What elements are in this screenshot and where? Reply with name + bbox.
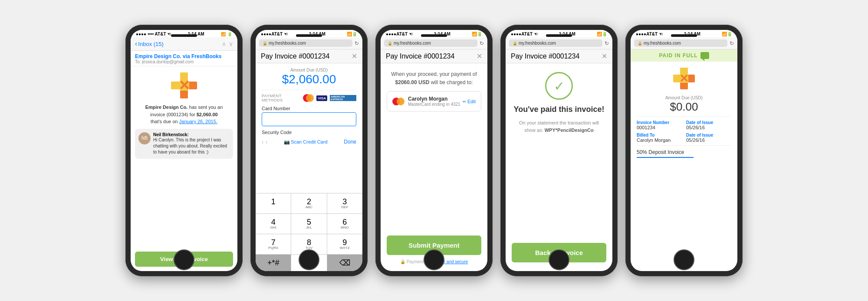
scan-nav-arrows[interactable]: ‹ › — [262, 138, 267, 145]
next-icon[interactable]: › — [266, 138, 268, 145]
date-issue2-value: 05/26/16 — [686, 137, 731, 143]
secure-link[interactable]: safe and secure — [437, 259, 468, 264]
url-box-5[interactable]: 🔒 my.freshbooks.com — [634, 39, 727, 47]
key-8[interactable]: 8TUV — [291, 234, 326, 254]
lock-icon-3: 🔒 — [388, 41, 392, 46]
card-number-group: Card Number — [262, 106, 356, 126]
phone-3-confirm: ●●●●AT&T ☜ 1:14 AM 📶🔋 🔒 my.freshbooks.co… — [375, 25, 493, 276]
wifi-icon: 📶 — [221, 32, 226, 36]
key-7[interactable]: 7PQRS — [256, 234, 291, 254]
prev-icon[interactable]: ‹ — [262, 138, 264, 145]
scan-label[interactable]: Scan Credit Card — [291, 139, 327, 144]
submit-payment-button[interactable]: Submit Payment — [387, 236, 481, 255]
edit-label[interactable]: Edit — [467, 99, 476, 104]
mc-icon-confirm — [392, 98, 404, 105]
pm-label: PAYMENT METHODS — [262, 94, 300, 102]
key-delete[interactable]: ⌫ — [327, 255, 362, 271]
scan-bar: ‹ › 📷 Scan Credit Card Done — [262, 137, 356, 147]
key-5[interactable]: 5JKL — [291, 214, 326, 234]
back-arrow-icon: ‹ — [135, 40, 137, 48]
message-icon[interactable] — [700, 52, 709, 59]
logo-area: ✕ — [171, 72, 197, 98]
back-to-invoice-button[interactable]: Back to Invoice — [512, 243, 606, 262]
prev-email-icon[interactable]: ∧ — [222, 40, 226, 47]
lock-icon-4: 🔒 — [513, 41, 517, 46]
reload-icon-2[interactable]: ↻ — [355, 40, 359, 46]
close-button-2[interactable]: ✕ — [352, 52, 357, 60]
email-header: ‹ Inbox (15) ∧ ∨ — [131, 37, 237, 51]
reload-icon-4[interactable]: ↻ — [605, 40, 609, 46]
invoice-number-group: Invoice Number 0001234 — [637, 120, 682, 130]
card-number-input[interactable] — [262, 112, 356, 126]
time-1: 1:14 AM — [188, 32, 204, 36]
phone-4-success: ●●●●AT&T ☜ 1:14 AM 📶🔋 🔒 my.freshbooks.co… — [500, 25, 618, 276]
time-5: 1:14 AM — [684, 32, 700, 36]
lock-icon: 🔒 — [263, 41, 267, 46]
view-invoice-button[interactable]: View Your Invoice — [135, 252, 233, 267]
phone-1-email: ●●●● •••• AT&T ☜ 1:14 AM 📶 🔋 ‹ Inbox (15… — [125, 25, 243, 276]
chat-bubble: NB Neil Birkenstock: Hi Carolyn. This is… — [135, 129, 233, 159]
invoice-amount-value: $0.00 — [637, 100, 731, 114]
payment-body-2: Amount Due (USD) $2,060.00 PAYMENT METHO… — [256, 63, 362, 193]
confirm-amount: $2060.00 USD — [395, 79, 430, 85]
pencil-cross-logo: ✕ — [171, 72, 197, 98]
chat-text: Hi Carolyn. This is the project I was ch… — [153, 137, 230, 155]
status-bar-2: ●●●●AT&T ☜ 1:14 AM 📶🔋 — [256, 30, 362, 37]
carrier: •••• AT&T ☜ — [148, 32, 171, 36]
close-button-3[interactable]: ✕ — [477, 52, 482, 60]
scan-icon: 📷 — [284, 139, 290, 145]
card-confirm-box: Carolyn Morgan MasterCard ending in 4321… — [387, 91, 481, 111]
due-date-link[interactable]: January 26, 2015. — [179, 119, 217, 124]
card-number-label: Card Number — [262, 106, 356, 111]
browser-bar-5: 🔒 my.freshbooks.com ↻ — [631, 37, 737, 49]
neil-avatar: NB — [138, 132, 151, 144]
success-subtitle: On your statement the transaction will s… — [519, 119, 599, 134]
signal-strength: ●●●● — [136, 32, 146, 36]
date-issue-value: 05/26/16 — [686, 125, 731, 130]
done-link[interactable]: Done — [344, 139, 356, 145]
url-box-4[interactable]: 🔒 my.freshbooks.com — [509, 39, 602, 47]
email-nav-arrows[interactable]: ∧ ∨ — [222, 40, 233, 47]
url-box-2[interactable]: 🔒 my.freshbooks.com — [259, 39, 352, 47]
reload-icon-5[interactable]: ↻ — [730, 40, 734, 46]
invoice-amount-section: Amount Due (USD) $0.00 — [637, 95, 731, 114]
invoice-number-value: 0001234 — [637, 125, 682, 130]
payment-header-3: Pay Invoice #0001234 ✕ — [381, 49, 487, 63]
close-button-4[interactable]: ✕ — [602, 52, 607, 60]
back-to-inbox[interactable]: ‹ Inbox (15) — [135, 40, 164, 48]
invoice-desc-text: 50% Deposit Invoice — [637, 149, 684, 155]
status-bar-4: ●●●●AT&T ☜ 1:14 AM 📶🔋 — [506, 30, 612, 37]
url-text-5: my.freshbooks.com — [644, 41, 681, 46]
secure-text: 🔒 Payments are safe and secure — [387, 259, 481, 264]
email-subject-bar: Empire Design Co. via FreshBooks To: jes… — [131, 51, 237, 66]
next-email-icon[interactable]: ∨ — [229, 40, 233, 47]
key-6[interactable]: 6MNO — [327, 214, 362, 234]
time-2: 1:14 AM — [309, 32, 326, 36]
email-to: To: jessica.dunlop@gmail.com — [135, 59, 233, 64]
url-box-3[interactable]: 🔒 my.freshbooks.com — [384, 39, 477, 47]
confirm-text: When your proceed, your payment of $2060… — [387, 70, 481, 87]
key-4[interactable]: 4GHI — [256, 214, 291, 234]
reload-icon-3[interactable]: ↻ — [480, 40, 484, 46]
key-symbols[interactable]: +*# — [256, 255, 291, 271]
card-details: Carolyn Morgan MasterCard ending in 4321 — [408, 96, 460, 107]
key-9[interactable]: 9WXYZ — [327, 234, 362, 254]
amount-section-2: Amount Due (USD) $2,060.00 — [262, 68, 356, 86]
email-content: ✕ Empire Design Co. has sent you aninvoi… — [131, 66, 237, 271]
success-check-icon: ✓ — [545, 72, 573, 100]
scan-credit-card-link[interactable]: 📷 Scan Credit Card — [284, 139, 327, 145]
success-title: You've paid this invoice! — [514, 105, 605, 114]
date-issue-label: Date of Issue — [686, 120, 731, 125]
inbox-label: Inbox (15) — [138, 41, 164, 47]
key-1[interactable]: 1 — [256, 193, 291, 213]
key-0[interactable]: 0 — [291, 255, 326, 271]
invoice-body: ✕ Amount Due (USD) $0.00 Invoice Number … — [631, 62, 737, 271]
edit-card-link[interactable]: ✏ Edit — [463, 99, 476, 104]
payment-title-3: Pay Invoice #0001234 — [386, 52, 454, 60]
key-2[interactable]: 2ABC — [291, 193, 326, 213]
key-3[interactable]: 3DEF — [327, 193, 362, 213]
invoice-description: 50% Deposit Invoice — [637, 145, 731, 158]
numpad: 1 2ABC 3DEF 4GHI 5JKL 6MNO 7PQRS 8TUV 9W… — [256, 193, 362, 271]
invoice-amount-label: Amount Due (USD) — [637, 95, 731, 100]
success-body: ✓ You've paid this invoice! On your stat… — [506, 63, 612, 271]
